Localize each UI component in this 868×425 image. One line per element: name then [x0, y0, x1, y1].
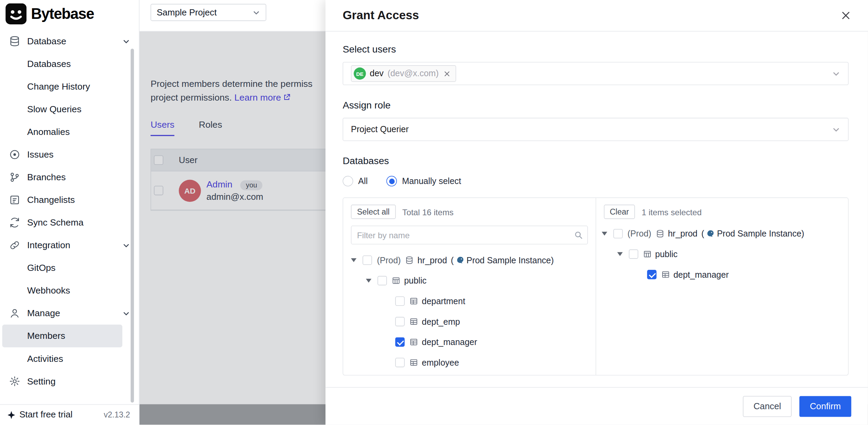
tree-node-database[interactable]: (Prod) hr_prod ( Prod Sample Instance): [596, 223, 848, 244]
table-checkbox[interactable]: [395, 337, 404, 347]
sidebar-item-changelists[interactable]: Changelists: [0, 188, 139, 211]
database-checkbox[interactable]: [363, 255, 372, 265]
brand-home-link[interactable]: Bytebase: [0, 0, 139, 28]
tree-node-table[interactable]: dept_manager: [596, 264, 848, 285]
database-transfer: Select all Total 16 items (Prod) hr_prod: [343, 197, 848, 376]
sidebar-item-label: Change History: [27, 81, 90, 92]
sidebar-item-issues[interactable]: Issues: [0, 143, 139, 166]
tree-node-schema[interactable]: public: [343, 271, 596, 291]
sidebar-item-label: Database: [27, 36, 66, 47]
project-selector[interactable]: Sample Project: [151, 4, 266, 21]
bytebase-logo-icon: [5, 3, 26, 24]
assign-role-select[interactable]: Project Querier: [343, 118, 848, 141]
schema-icon: [643, 250, 651, 258]
app-root: Bytebase Database Databases Change Histo…: [0, 0, 868, 425]
sidebar-item-branches[interactable]: Branches: [0, 166, 139, 188]
radio-manually-select[interactable]: Manually select: [387, 176, 461, 186]
tree-node-table[interactable]: employee: [343, 352, 596, 373]
clear-button[interactable]: Clear: [604, 205, 635, 219]
collapse-caret-icon[interactable]: [366, 279, 371, 283]
tree-node-table[interactable]: department: [343, 291, 596, 311]
drawer-footer: Cancel Confirm: [325, 387, 868, 425]
schema-name: public: [404, 276, 426, 286]
table-name: department: [422, 296, 465, 306]
select-users-input[interactable]: DE dev (dev@x.com): [343, 62, 848, 85]
user-chip[interactable]: DE dev (dev@x.com): [351, 65, 456, 82]
close-icon[interactable]: [841, 11, 851, 21]
instance-label: ( Prod Sample Instance): [451, 255, 554, 265]
sidebar-item-change-history[interactable]: Change History: [0, 75, 139, 98]
tree-node-table[interactable]: dept_manager: [343, 332, 596, 353]
environment-label: (Prod): [377, 255, 401, 265]
grant-access-drawer: Grant Access Select users DE dev (dev@x.…: [325, 0, 868, 425]
collapse-caret-icon[interactable]: [617, 252, 622, 256]
filter-field: [351, 226, 588, 244]
sidebar-item-setting[interactable]: Setting: [0, 370, 139, 393]
remove-chip-icon[interactable]: [444, 70, 451, 77]
table-icon: [661, 271, 669, 279]
avatar: DE: [354, 68, 366, 80]
sidebar-item-sync-schema[interactable]: Sync Schema: [0, 211, 139, 234]
assign-role-label: Assign role: [343, 100, 848, 111]
sidebar-item-members[interactable]: Members: [2, 325, 122, 347]
select-all-button[interactable]: Select all: [351, 205, 396, 219]
table-icon: [410, 318, 418, 326]
chevron-down-icon: [832, 69, 840, 78]
environment-label: (Prod): [627, 229, 651, 239]
schema-checkbox[interactable]: [628, 250, 638, 259]
sidebar-item-label: Activities: [27, 353, 63, 364]
schema-checkbox[interactable]: [378, 276, 387, 285]
sidebar-item-label: Sync Schema: [27, 217, 84, 228]
sidebar-item-activities[interactable]: Activities: [0, 347, 139, 370]
sidebar-item-slow-queries[interactable]: Slow Queries: [0, 98, 139, 120]
search-icon: [574, 231, 583, 240]
drawer-body: Select users DE dev (dev@x.com) Assign r…: [325, 32, 868, 387]
database-checkbox[interactable]: [613, 229, 622, 238]
instance-name: Prod Sample Instance): [717, 229, 804, 239]
assign-role-value: Project Querier: [351, 124, 409, 134]
app-version: v2.13.2: [104, 410, 132, 419]
postgres-engine-icon: [456, 256, 464, 264]
tree-node-database[interactable]: (Prod) hr_prod ( Prod Sample Instance): [343, 250, 596, 271]
sidebar-footer: Start free trial v2.13.2: [0, 404, 139, 425]
collapse-caret-icon[interactable]: [601, 232, 607, 236]
table-checkbox[interactable]: [647, 270, 656, 279]
chevron-down-icon: [122, 309, 130, 317]
schema-icon: [392, 276, 400, 285]
chip-user-email: (dev@x.com): [388, 69, 439, 79]
radio-circle[interactable]: [387, 176, 397, 186]
gear-icon: [9, 376, 21, 387]
sparkle-icon: [7, 410, 16, 419]
chevron-down-icon: [122, 241, 130, 249]
sidebar-item-anomalies[interactable]: Anomalies: [0, 120, 139, 143]
sidebar-item-database[interactable]: Database: [0, 30, 139, 53]
sidebar-item-label: Members: [27, 331, 65, 341]
tree-node-table[interactable]: dept_emp: [343, 311, 596, 332]
sidebar-item-label: Databases: [27, 59, 71, 69]
table-checkbox[interactable]: [395, 296, 404, 306]
tree-node-schema[interactable]: public: [596, 244, 848, 264]
transfer-target-panel: Clear 1 items selected (Prod) hr_prod ( …: [596, 198, 848, 375]
sidebar-nav: Database Databases Change History Slow Q…: [0, 28, 139, 393]
radio-all[interactable]: All: [343, 176, 368, 186]
table-icon: [410, 297, 418, 305]
cancel-button[interactable]: Cancel: [743, 396, 791, 417]
radio-circle[interactable]: [343, 176, 353, 186]
start-free-trial-link[interactable]: Start free trial: [7, 410, 73, 420]
source-panel-header: Select all Total 16 items: [343, 198, 596, 223]
integration-icon: [9, 240, 21, 251]
filter-input[interactable]: [351, 226, 588, 244]
table-name: dept_manager: [674, 269, 729, 279]
brand-name: Bytebase: [31, 5, 94, 22]
sidebar-item-manage[interactable]: Manage: [0, 302, 139, 325]
sidebar-item-integration[interactable]: Integration: [0, 234, 139, 256]
confirm-button[interactable]: Confirm: [799, 396, 851, 417]
sidebar-item-webhooks[interactable]: Webhooks: [0, 279, 139, 302]
sidebar-item-gitops[interactable]: GitOps: [0, 256, 139, 279]
sidebar-item-databases[interactable]: Databases: [0, 53, 139, 75]
sidebar-scrollbar[interactable]: [131, 49, 134, 403]
table-checkbox[interactable]: [395, 317, 404, 326]
collapse-caret-icon[interactable]: [351, 258, 356, 262]
database-scope-radios: All Manually select: [343, 176, 848, 186]
table-checkbox[interactable]: [395, 358, 404, 367]
